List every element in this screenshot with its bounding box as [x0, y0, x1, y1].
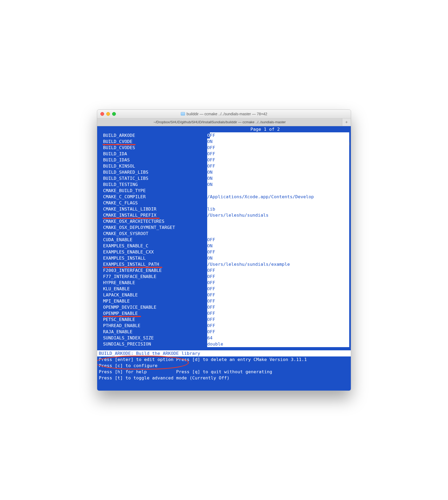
- option-key: LAPACK_ENABLE: [99, 292, 207, 298]
- option-key: CMAKE_C_COMPILER: [99, 194, 207, 200]
- option-row[interactable]: EXAMPLES_INSTALL_PATH/Users/leleshu/sund…: [99, 261, 349, 267]
- option-row[interactable]: RAJA_ENABLEOFF: [99, 329, 349, 335]
- minimize-icon[interactable]: [106, 112, 110, 116]
- option-row[interactable]: SUNDIALS_PRECISIONdouble: [99, 341, 349, 347]
- option-key: CMAKE_OSX_SYSROOT: [99, 231, 207, 237]
- window-title-text: builddir — ccmake ../../sundials-master …: [187, 112, 267, 116]
- option-row[interactable]: F77_INTERFACE_ENABLEOFF: [99, 273, 349, 280]
- option-row[interactable]: BUILD_ARKODEOFF: [99, 132, 349, 138]
- option-value[interactable]: OFF: [207, 310, 349, 316]
- option-row[interactable]: CMAKE_INSTALL_PREFIX/Users/leleshu/sundi…: [99, 212, 349, 218]
- option-key: F2003_INTERFACE_ENABLE: [99, 267, 207, 273]
- option-row[interactable]: LAPACK_ENABLEOFF: [99, 292, 349, 298]
- option-value[interactable]: OFF: [207, 163, 349, 169]
- option-value[interactable]: double: [207, 341, 349, 347]
- option-value[interactable]: ON: [207, 255, 349, 261]
- option-key: MPI_ENABLE: [99, 298, 207, 304]
- option-value[interactable]: OFF: [207, 323, 349, 329]
- option-value[interactable]: 64: [207, 335, 349, 341]
- option-row[interactable]: CMAKE_C_FLAGS: [99, 200, 349, 206]
- option-row[interactable]: BUILD_TESTINGON: [99, 181, 349, 188]
- option-row[interactable]: CMAKE_INSTALL_LIBDIRlib: [99, 206, 349, 212]
- option-value[interactable]: [207, 231, 349, 237]
- option-row[interactable]: EXAMPLES_ENABLE_CXXOFF: [99, 249, 349, 255]
- hint-edit-delete: Press [enter] to edit option Press [d] t…: [99, 356, 349, 363]
- option-row[interactable]: KLU_ENABLEOFF: [99, 286, 349, 292]
- option-key: EXAMPLES_INSTALL: [99, 255, 207, 261]
- option-row[interactable]: F2003_INTERFACE_ENABLEOFF: [99, 267, 349, 273]
- option-value[interactable]: OFF: [207, 329, 349, 335]
- option-row[interactable]: MPI_ENABLEOFF: [99, 298, 349, 304]
- tab-active[interactable]: ~/Dropbox/SHUD/github/SHUD/InstallSundia…: [97, 118, 342, 126]
- option-key: BUILD_SHARED_LIBS: [99, 169, 207, 175]
- option-value[interactable]: OFF: [207, 132, 349, 138]
- option-key: BUILD_STATIC_LIBS: [99, 175, 207, 181]
- option-value[interactable]: OFF: [207, 286, 349, 292]
- option-value[interactable]: /Users/leleshu/sundials: [207, 212, 349, 218]
- hint-help-quit: Press [h] for help Press [q] to quit wit…: [99, 369, 349, 375]
- option-row[interactable]: BUILD_CVODEON: [99, 138, 349, 145]
- option-row[interactable]: CMAKE_OSX_SYSROOT: [99, 231, 349, 237]
- option-key: BUILD_ARKODE: [99, 132, 207, 138]
- option-row[interactable]: PTHREAD_ENABLEOFF: [99, 323, 349, 329]
- option-value[interactable]: /Applications/Xcode.app/Contents/Develop: [207, 194, 349, 200]
- option-value[interactable]: OFF: [207, 249, 349, 255]
- terminal-body[interactable]: Page 1 of 2 BUILD_ARKODEOFFBUILD_CVODEON…: [97, 126, 351, 391]
- option-row[interactable]: CMAKE_C_COMPILER/Applications/Xcode.app/…: [99, 194, 349, 200]
- option-row[interactable]: CMAKE_OSX_ARCHITECTURES: [99, 218, 349, 224]
- option-value[interactable]: ON: [207, 175, 349, 181]
- window-title: builddir — ccmake ../../sundials-master …: [97, 112, 351, 116]
- option-key: EXAMPLES_ENABLE_C: [99, 243, 207, 249]
- option-key: PETSC_ENABLE: [99, 316, 207, 323]
- option-key: CMAKE_INSTALL_LIBDIR: [99, 206, 207, 212]
- option-row[interactable]: SUNDIALS_INDEX_SIZE64: [99, 335, 349, 341]
- option-row[interactable]: BUILD_CVODESOFF: [99, 145, 349, 151]
- cursor: O: [207, 132, 210, 138]
- tab-label: ~/Dropbox/SHUD/github/SHUD/InstallSundia…: [154, 120, 286, 124]
- option-row[interactable]: BUILD_KINSOLOFF: [99, 163, 349, 169]
- option-value[interactable]: ON: [207, 138, 349, 145]
- option-value[interactable]: OFF: [207, 157, 349, 163]
- option-row[interactable]: OPENMP_ENABLEOFF: [99, 310, 349, 316]
- option-value[interactable]: [207, 200, 349, 206]
- option-value[interactable]: OFF: [207, 145, 349, 151]
- option-value[interactable]: lib: [207, 206, 349, 212]
- option-value[interactable]: ON: [207, 169, 349, 175]
- option-row[interactable]: CMAKE_BUILD_TYPE: [99, 188, 349, 194]
- option-value[interactable]: /Users/leleshu/sundials/example: [207, 261, 349, 267]
- option-value[interactable]: [207, 224, 349, 231]
- option-key: HYPRE_ENABLE: [99, 280, 207, 286]
- option-row[interactable]: EXAMPLES_ENABLE_CON: [99, 243, 349, 249]
- option-row[interactable]: CMAKE_OSX_DEPLOYMENT_TARGET: [99, 224, 349, 231]
- option-key: OPENMP_ENABLE: [99, 310, 207, 316]
- option-row[interactable]: EXAMPLES_INSTALLON: [99, 255, 349, 261]
- option-value[interactable]: OFF: [207, 298, 349, 304]
- zoom-icon[interactable]: [112, 112, 116, 116]
- option-value[interactable]: ON: [207, 181, 349, 188]
- option-row[interactable]: BUILD_STATIC_LIBSON: [99, 175, 349, 181]
- option-value[interactable]: OFF: [207, 280, 349, 286]
- option-key: RAJA_ENABLE: [99, 329, 207, 335]
- option-key: CUDA_ENABLE: [99, 237, 207, 243]
- option-key: BUILD_KINSOL: [99, 163, 207, 169]
- option-value[interactable]: OFF: [207, 273, 349, 280]
- option-row[interactable]: CUDA_ENABLEOFF: [99, 237, 349, 243]
- option-value[interactable]: OFF: [207, 316, 349, 323]
- option-value[interactable]: [207, 218, 349, 224]
- close-icon[interactable]: [100, 112, 104, 116]
- option-value[interactable]: ON: [207, 243, 349, 249]
- option-row[interactable]: HYPRE_ENABLEOFF: [99, 280, 349, 286]
- option-value[interactable]: OFF: [207, 237, 349, 243]
- option-value[interactable]: OFF: [207, 292, 349, 298]
- option-row[interactable]: BUILD_SHARED_LIBSON: [99, 169, 349, 175]
- option-value[interactable]: OFF: [207, 267, 349, 273]
- option-row[interactable]: BUILD_IDAOFF: [99, 151, 349, 157]
- option-row[interactable]: BUILD_IDASOFF: [99, 157, 349, 163]
- option-row[interactable]: PETSC_ENABLEOFF: [99, 316, 349, 323]
- option-value[interactable]: OFF: [207, 304, 349, 310]
- option-key: CMAKE_INSTALL_PREFIX: [99, 212, 207, 218]
- new-tab-button[interactable]: +: [342, 118, 351, 126]
- option-value[interactable]: OFF: [207, 151, 349, 157]
- option-value[interactable]: [207, 188, 349, 194]
- option-row[interactable]: OPENMP_DEVICE_ENABLEOFF: [99, 304, 349, 310]
